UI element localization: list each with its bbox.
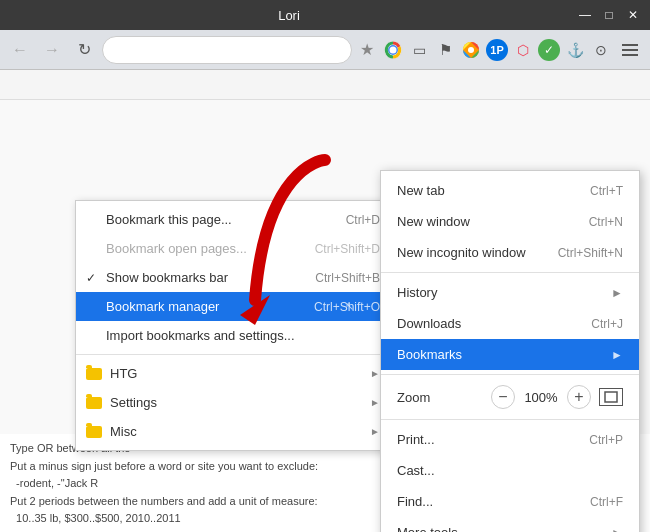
menu-new-incognito-shortcut: Ctrl+Shift+N: [558, 246, 623, 260]
bookmarks-submenu: Bookmark this page... Ctrl+D Bookmark op…: [75, 200, 395, 451]
svg-point-4: [468, 47, 474, 53]
minimize-button[interactable]: —: [576, 6, 594, 24]
clock-icon[interactable]: ⊙: [590, 39, 612, 61]
menu-cast-label: Cast...: [397, 463, 623, 478]
tab-icon[interactable]: ▭: [408, 39, 430, 61]
green-icon[interactable]: ✓: [538, 39, 560, 61]
menu-downloads[interactable]: Downloads Ctrl+J: [381, 308, 639, 339]
menu-history[interactable]: History ►: [381, 277, 639, 308]
menu-print[interactable]: Print... Ctrl+P: [381, 424, 639, 455]
title-bar-user: Lori: [278, 8, 300, 23]
import-bookmarks-label: Import bookmarks and settings...: [106, 328, 380, 343]
menu-downloads-label: Downloads: [397, 316, 591, 331]
bookmark-manager-item[interactable]: Bookmark manager Ctrl+Shift+O ↖: [76, 292, 394, 321]
folder-misc-arrow: ►: [370, 426, 380, 437]
zoom-minus-button[interactable]: −: [491, 385, 515, 409]
menu-new-window-label: New window: [397, 214, 589, 229]
menu-bookmarks-label: Bookmarks: [397, 347, 611, 362]
menu-new-tab-label: New tab: [397, 183, 590, 198]
menu-new-incognito-label: New incognito window: [397, 245, 558, 260]
bookmark-open-label: Bookmark open pages...: [106, 241, 315, 256]
menu-new-tab[interactable]: New tab Ctrl+T: [381, 175, 639, 206]
menu-find[interactable]: Find... Ctrl+F: [381, 486, 639, 517]
color-wheel-icon[interactable]: [460, 39, 482, 61]
menu-downloads-shortcut: Ctrl+J: [591, 317, 623, 331]
import-bookmarks-item[interactable]: Import bookmarks and settings...: [76, 321, 394, 350]
zoom-controls: − 100% +: [491, 385, 623, 409]
svg-point-2: [390, 46, 397, 53]
1password-icon[interactable]: 1P: [486, 39, 508, 61]
folder-htg-item[interactable]: HTG ►: [76, 359, 394, 388]
menu-sep2: [381, 374, 639, 375]
zoom-fullscreen-button[interactable]: [599, 388, 623, 406]
anchor-icon[interactable]: ⚓: [564, 39, 586, 61]
menu-sep3: [381, 419, 639, 420]
menu-history-label: History: [397, 285, 611, 300]
folder-htg-label: HTG: [110, 366, 370, 381]
submenu-sep1: [76, 354, 394, 355]
menu-new-window[interactable]: New window Ctrl+N: [381, 206, 639, 237]
bookmark-page-shortcut: Ctrl+D: [346, 213, 380, 227]
show-bookmarks-bar-label: Show bookmarks bar: [106, 270, 315, 285]
folder-settings-arrow: ►: [370, 397, 380, 408]
menu-print-label: Print...: [397, 432, 589, 447]
menu-more-tools[interactable]: More tools ►: [381, 517, 639, 532]
folder-htg-icon: [86, 368, 102, 380]
folder-htg-arrow: ►: [370, 368, 380, 379]
close-button[interactable]: ✕: [624, 6, 642, 24]
bookmarks-bar: [0, 70, 650, 100]
chrome-menu-button[interactable]: [616, 36, 644, 64]
main-content: Type OR between all the Put a minus sign…: [0, 100, 650, 532]
bookmark-open-pages-item[interactable]: Bookmark open pages... Ctrl+Shift+D: [76, 234, 394, 263]
bookmark-page-label: Bookmark this page...: [106, 212, 346, 227]
zoom-plus-button[interactable]: +: [567, 385, 591, 409]
toolbar-icons: ★ ▭ ⚑ 1P ⬡ ✓ ⚓ ⊙: [356, 36, 644, 64]
chrome-icon[interactable]: [382, 39, 404, 61]
star-icon[interactable]: ★: [356, 39, 378, 61]
refresh-button[interactable]: ↻: [70, 36, 98, 64]
menu-new-tab-shortcut: Ctrl+T: [590, 184, 623, 198]
forward-button[interactable]: →: [38, 36, 66, 64]
address-bar[interactable]: [102, 36, 352, 64]
menu-print-shortcut: Ctrl+P: [589, 433, 623, 447]
chrome-main-menu: New tab Ctrl+T New window Ctrl+N New inc…: [380, 170, 640, 532]
folder-settings-icon: [86, 397, 102, 409]
menu-bookmarks-arrow: ►: [611, 348, 623, 362]
folder-misc-item[interactable]: Misc ►: [76, 417, 394, 446]
folder-settings-item[interactable]: Settings ►: [76, 388, 394, 417]
title-bar: Lori — □ ✕: [0, 0, 650, 30]
maximize-button[interactable]: □: [600, 6, 618, 24]
menu-find-shortcut: Ctrl+F: [590, 495, 623, 509]
svg-rect-7: [605, 392, 617, 402]
bookmark-manager-label: Bookmark manager: [106, 299, 314, 314]
menu-new-window-shortcut: Ctrl+N: [589, 215, 623, 229]
show-bookmarks-bar-shortcut: Ctrl+Shift+B: [315, 271, 380, 285]
menu-bookmarks[interactable]: Bookmarks ►: [381, 339, 639, 370]
feather-icon[interactable]: ⚑: [434, 39, 456, 61]
menu-more-tools-label: More tools: [397, 525, 611, 532]
menu-more-tools-arrow: ►: [611, 526, 623, 533]
show-bookmarks-bar-item[interactable]: Show bookmarks bar Ctrl+Shift+B: [76, 263, 394, 292]
pocket-icon[interactable]: ⬡: [512, 39, 534, 61]
menu-sep1: [381, 272, 639, 273]
menu-find-label: Find...: [397, 494, 590, 509]
menu-history-arrow: ►: [611, 286, 623, 300]
bookmark-page-item[interactable]: Bookmark this page... Ctrl+D: [76, 205, 394, 234]
folder-misc-label: Misc: [110, 424, 370, 439]
zoom-row: Zoom − 100% +: [381, 379, 639, 415]
menu-new-incognito[interactable]: New incognito window Ctrl+Shift+N: [381, 237, 639, 268]
chrome-toolbar: ← → ↻ ★ ▭ ⚑ 1P: [0, 30, 650, 70]
folder-misc-icon: [86, 426, 102, 438]
menu-cast[interactable]: Cast...: [381, 455, 639, 486]
zoom-value: 100%: [523, 390, 559, 405]
folder-settings-label: Settings: [110, 395, 370, 410]
back-button[interactable]: ←: [6, 36, 34, 64]
zoom-label: Zoom: [397, 390, 491, 405]
bookmark-open-shortcut: Ctrl+Shift+D: [315, 242, 380, 256]
